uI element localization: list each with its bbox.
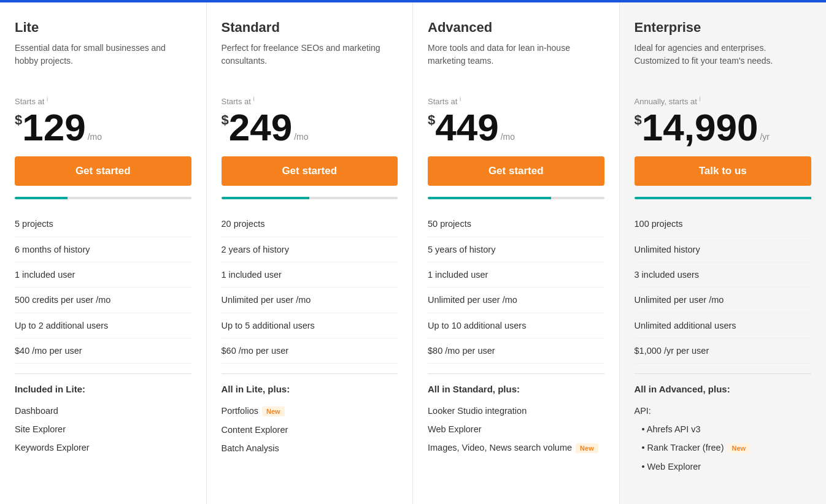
included-item: API: — [635, 402, 812, 420]
plan-desc-standard: Perfect for freelance SEOs and marketing… — [222, 42, 398, 86]
feature-item: 5 projects — [15, 212, 191, 237]
included-item: Content Explorer — [222, 421, 398, 439]
feature-item: 2 years of history — [222, 237, 398, 262]
included-item: • Rank Tracker (free)New — [635, 438, 812, 457]
plan-advanced: AdvancedMore tools and data for lean in-… — [413, 2, 620, 504]
feature-item: $40 /mo per user — [15, 338, 191, 364]
new-badge: New — [262, 407, 285, 416]
price-amount-enterprise: 14,990 — [642, 109, 758, 147]
feature-item: Unlimited per user /mo — [428, 288, 604, 313]
included-item: Images, Video, News search volumeNew — [428, 438, 604, 457]
new-badge: New — [728, 443, 751, 453]
feature-item: 20 projects — [222, 212, 398, 237]
price-amount-advanced: 449 — [435, 109, 498, 147]
cta-button-lite[interactable]: Get started — [15, 156, 191, 186]
plan-name-lite: Lite — [15, 20, 191, 36]
included-item: PortfoliosNew — [222, 402, 398, 421]
progress-bar-enterprise — [635, 197, 812, 199]
feature-item: $60 /mo per user — [222, 338, 398, 364]
feature-item: 3 included users — [635, 262, 812, 288]
price-amount-standard: 249 — [229, 109, 292, 147]
feature-item: 1 included user — [15, 262, 191, 288]
price-amount-lite: 129 — [22, 109, 85, 147]
plan-desc-enterprise: Ideal for agencies and enterprises. Cust… — [635, 42, 812, 86]
price-row-standard: $249/mo — [222, 109, 398, 147]
features-list-lite: 5 projects6 months of history1 included … — [15, 212, 191, 364]
feature-item: 50 projects — [428, 212, 604, 237]
price-label-standard: Starts at i — [222, 96, 398, 106]
included-item: Looker Studio integration — [428, 402, 604, 420]
feature-item: 100 projects — [635, 212, 812, 237]
plan-name-enterprise: Enterprise — [635, 20, 812, 36]
feature-item: 1 included user — [428, 262, 604, 288]
included-title-enterprise: All in Advanced, plus: — [635, 384, 812, 394]
feature-item: Up to 5 additional users — [222, 313, 398, 338]
feature-item: 500 credits per user /mo — [15, 288, 191, 313]
feature-item: $80 /mo per user — [428, 338, 604, 364]
included-item: Web Explorer — [428, 420, 604, 438]
price-period-enterprise: /yr — [760, 132, 770, 142]
price-period-standard: /mo — [294, 132, 308, 142]
included-item: • Ahrefs API v3 — [635, 420, 812, 438]
plan-desc-lite: Essential data for small businesses and … — [15, 42, 191, 86]
plan-desc-advanced: More tools and data for lean in-house ma… — [428, 42, 604, 86]
plan-standard: StandardPerfect for freelance SEOs and m… — [207, 2, 414, 504]
plan-enterprise: EnterpriseIdeal for agencies and enterpr… — [620, 2, 827, 504]
included-item: Keywords Explorer — [15, 438, 191, 457]
plan-lite: LiteEssential data for small businesses … — [0, 2, 207, 504]
cta-button-enterprise[interactable]: Talk to us — [635, 156, 812, 186]
included-title-lite: Included in Lite: — [15, 384, 191, 394]
price-label-enterprise: Annually, starts at i — [635, 96, 812, 106]
price-label-advanced: Starts at i — [428, 96, 604, 106]
plan-name-standard: Standard — [222, 20, 398, 36]
feature-item: 5 years of history — [428, 237, 604, 262]
pricing-grid: LiteEssential data for small businesses … — [0, 2, 826, 504]
price-dollar-enterprise: $ — [635, 113, 642, 127]
price-period-lite: /mo — [88, 132, 102, 142]
feature-item: $1,000 /yr per user — [635, 338, 812, 364]
feature-item: 6 months of history — [15, 237, 191, 262]
divider-advanced — [428, 373, 604, 374]
included-list-advanced: Looker Studio integrationWeb ExplorerIma… — [428, 402, 604, 457]
price-label-lite: Starts at i — [15, 96, 191, 106]
feature-item: Unlimited per user /mo — [222, 288, 398, 313]
feature-item: Unlimited per user /mo — [635, 288, 812, 313]
included-item: Dashboard — [15, 402, 191, 420]
feature-item: Up to 10 additional users — [428, 313, 604, 338]
divider-lite — [15, 373, 191, 374]
progress-bar-standard — [222, 197, 398, 199]
included-item: Batch Analysis — [222, 439, 398, 457]
included-item: • Web Explorer — [635, 457, 812, 476]
features-list-standard: 20 projects2 years of history1 included … — [222, 212, 398, 364]
cta-button-advanced[interactable]: Get started — [428, 156, 604, 186]
included-item: Site Explorer — [15, 420, 191, 438]
price-row-lite: $129/mo — [15, 109, 191, 147]
price-dollar-advanced: $ — [428, 113, 435, 127]
progress-bar-advanced — [428, 197, 604, 199]
new-badge: New — [576, 443, 598, 453]
features-list-advanced: 50 projects5 years of history1 included … — [428, 212, 604, 364]
plan-name-advanced: Advanced — [428, 20, 604, 36]
included-title-standard: All in Lite, plus: — [222, 384, 398, 394]
progress-bar-lite — [15, 197, 191, 199]
price-dollar-standard: $ — [222, 113, 229, 127]
cta-button-standard[interactable]: Get started — [222, 156, 398, 186]
included-title-advanced: All in Standard, plus: — [428, 384, 604, 394]
included-list-enterprise: API:• Ahrefs API v3• Rank Tracker (free)… — [635, 402, 812, 476]
price-dollar-lite: $ — [15, 113, 22, 127]
price-period-advanced: /mo — [501, 132, 515, 142]
divider-standard — [222, 373, 398, 374]
included-list-lite: DashboardSite ExplorerKeywords Explorer — [15, 402, 191, 457]
included-list-standard: PortfoliosNewContent ExplorerBatch Analy… — [222, 402, 398, 457]
feature-item: 1 included user — [222, 262, 398, 288]
price-row-enterprise: $14,990/yr — [635, 109, 812, 147]
price-row-advanced: $449/mo — [428, 109, 604, 147]
divider-enterprise — [635, 373, 812, 374]
feature-item: Unlimited additional users — [635, 313, 812, 338]
features-list-enterprise: 100 projectsUnlimited history3 included … — [635, 212, 812, 364]
feature-item: Up to 2 additional users — [15, 313, 191, 338]
feature-item: Unlimited history — [635, 237, 812, 262]
